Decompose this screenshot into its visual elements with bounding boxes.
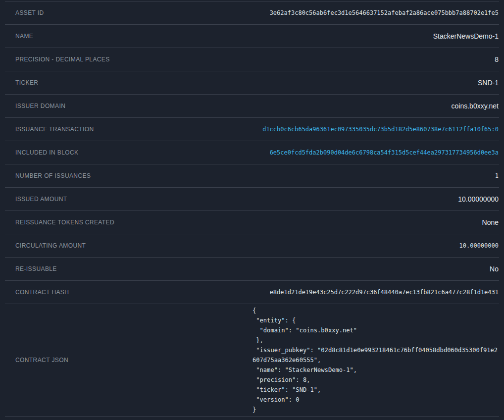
field-label: ISSUANCE TRANSACTION <box>15 126 94 133</box>
row-issuance-transaction: ISSUANCE TRANSACTION d1ccb0c6cb65da96361… <box>5 118 499 141</box>
reissuance-tokens-value: None <box>482 218 499 226</box>
row-contract-json: CONTRACT JSON { "entity": { "domain": "c… <box>5 304 499 417</box>
asset-name-value: StackerNewsDemo-1 <box>433 32 499 40</box>
row-ticker: TICKER SND-1 <box>5 71 499 95</box>
field-label: ISSUER DOMAIN <box>15 103 65 109</box>
circulating-amount-value: 10.00000000 <box>459 242 499 249</box>
contract-hash-value: e8de1d21de19e43c25d7c222d97c36f48440a7ec… <box>270 289 499 296</box>
field-label: CONTRACT HASH <box>15 289 69 296</box>
issuer-domain-value: coins.b0xxy.net <box>452 102 499 110</box>
ticker-value: SND-1 <box>478 79 499 87</box>
field-label: NAME <box>15 33 33 40</box>
row-issuer-domain: ISSUER DOMAIN coins.b0xxy.net <box>5 95 499 118</box>
row-reissuance-tokens: REISSUANCE TOKENS CREATED None <box>5 211 499 234</box>
row-name: NAME StackerNewsDemo-1 <box>5 25 499 48</box>
field-label: CONTRACT JSON <box>15 357 68 364</box>
reissuable-value: No <box>490 265 499 273</box>
row-precision: PRECISION - DECIMAL PLACES 8 <box>5 48 499 71</box>
row-included-in-block: INCLUDED IN BLOCK 6e5ce0fcd5fda2b090d04d… <box>5 141 499 164</box>
field-label: INCLUDED IN BLOCK <box>15 149 79 156</box>
issuance-transaction-link[interactable]: d1ccb0c6cb65da96361ec097335035dc73b5d182… <box>262 126 499 133</box>
row-contract-hash: CONTRACT HASH e8de1d21de19e43c25d7c222d9… <box>5 281 499 304</box>
precision-value: 8 <box>495 55 499 63</box>
row-number-of-issuances: NUMBER OF ISSUANCES 1 <box>5 164 499 188</box>
field-label: ISSUED AMOUNT <box>15 196 67 203</box>
field-label: ASSET ID <box>15 9 44 16</box>
field-label: PRECISION - DECIMAL PLACES <box>15 56 110 63</box>
number-of-issuances-value: 1 <box>495 172 499 179</box>
included-in-block-link[interactable]: 6e5ce0fcd5fda2b090d04de6c6798ca54f315d5c… <box>270 149 499 156</box>
field-label: RE-ISSUABLE <box>15 265 57 272</box>
row-circulating-amount: CIRCULATING AMOUNT 10.00000000 <box>5 234 499 258</box>
field-label: TICKER <box>15 79 38 86</box>
issued-amount-value: 10.00000000 <box>458 195 499 203</box>
field-label: REISSUANCE TOKENS CREATED <box>15 219 114 226</box>
row-issued-amount: ISSUED AMOUNT 10.00000000 <box>5 188 499 211</box>
row-reissuable: RE-ISSUABLE No <box>5 258 499 281</box>
contract-json-code: { "entity": { "domain": "coins.b0xxy.net… <box>252 304 499 417</box>
field-label: CIRCULATING AMOUNT <box>15 242 86 249</box>
asset-details-table: ASSET ID 3e62af3c80c56ab6fec3d1e56466371… <box>5 0 499 417</box>
row-asset-id: ASSET ID 3e62af3c80c56ab6fec3d1e56466371… <box>5 1 499 25</box>
field-label: NUMBER OF ISSUANCES <box>15 172 91 179</box>
asset-id-value: 3e62af3c80c56ab6fec3d1e5646637152afebaf2… <box>270 9 499 16</box>
